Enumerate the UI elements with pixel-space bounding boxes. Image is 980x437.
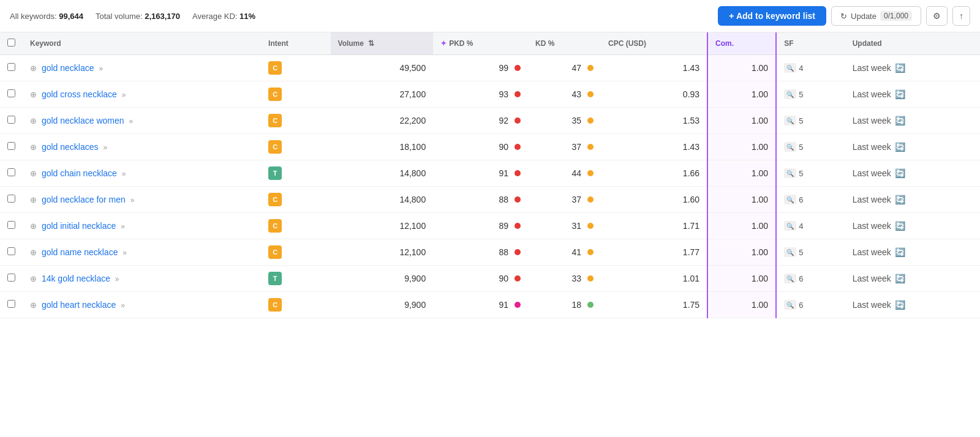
refresh-icon[interactable]: 🔄 bbox=[895, 89, 905, 99]
table-body: ⊕ gold necklace » C 49,500 99 47 1.43 1.… bbox=[0, 55, 980, 318]
sf-search-icon: 🔍 bbox=[784, 274, 796, 283]
keyword-column-header: Keyword bbox=[23, 32, 261, 55]
row-checkbox[interactable] bbox=[7, 89, 15, 97]
kd-cell: 37 bbox=[528, 187, 601, 213]
keyword-link[interactable]: gold name necklace bbox=[42, 247, 118, 257]
row-checkbox-cell[interactable] bbox=[0, 160, 23, 187]
volume-cell: 12,100 bbox=[331, 213, 434, 239]
chevron-right-icon: » bbox=[121, 301, 125, 310]
row-checkbox-cell[interactable] bbox=[0, 55, 23, 81]
row-checkbox[interactable] bbox=[7, 274, 15, 282]
upload-icon: ↑ bbox=[959, 11, 963, 21]
kd-dot bbox=[587, 223, 594, 229]
refresh-icon[interactable]: 🔄 bbox=[895, 247, 905, 257]
row-checkbox-cell[interactable] bbox=[0, 292, 23, 318]
select-all-checkbox[interactable] bbox=[7, 39, 15, 47]
intent-column-header: Intent bbox=[261, 32, 330, 55]
pkd-dot bbox=[514, 275, 521, 282]
row-checkbox[interactable] bbox=[7, 168, 15, 176]
refresh-icon[interactable]: 🔄 bbox=[895, 221, 905, 231]
pkd-dot bbox=[514, 249, 521, 255]
com-cell: 1.00 bbox=[707, 108, 776, 134]
sf-number: 6 bbox=[799, 301, 803, 310]
keyword-link[interactable]: gold necklaces bbox=[42, 142, 99, 152]
sf-column-header: SF bbox=[776, 32, 845, 55]
updated-cell: Last week 🔄 bbox=[845, 160, 980, 187]
cpc-cell: 0.93 bbox=[601, 81, 707, 108]
pkd-cell: 91 bbox=[433, 292, 528, 318]
row-checkbox-cell[interactable] bbox=[0, 134, 23, 160]
row-checkbox[interactable] bbox=[7, 116, 15, 124]
updated-text: Last week bbox=[853, 89, 891, 99]
keyword-link[interactable]: gold necklace bbox=[42, 63, 94, 73]
row-checkbox[interactable] bbox=[7, 195, 15, 203]
kd-dot bbox=[587, 302, 594, 308]
row-checkbox[interactable] bbox=[7, 247, 15, 255]
row-checkbox[interactable] bbox=[7, 221, 15, 229]
intent-cell: C bbox=[261, 81, 330, 108]
select-all-checkbox-header[interactable] bbox=[0, 32, 23, 55]
kd-cell: 18 bbox=[528, 292, 601, 318]
cpc-cell: 1.53 bbox=[601, 108, 707, 134]
keyword-link[interactable]: gold necklace for men bbox=[42, 195, 126, 204]
sf-cell: 🔍 6 bbox=[776, 187, 845, 213]
pkd-dot bbox=[514, 223, 521, 229]
sf-cell: 🔍 5 bbox=[776, 134, 845, 160]
row-checkbox-cell[interactable] bbox=[0, 187, 23, 213]
pkd-column-header: ✦PKD % bbox=[433, 32, 528, 55]
row-checkbox-cell[interactable] bbox=[0, 108, 23, 134]
row-checkbox-cell[interactable] bbox=[0, 81, 23, 108]
volume-column-header[interactable]: Volume ⇅ bbox=[331, 32, 434, 55]
intent-badge: C bbox=[268, 88, 282, 101]
sf-cell: 🔍 5 bbox=[776, 81, 845, 108]
add-to-keyword-list-button[interactable]: + Add to keyword list bbox=[718, 6, 826, 26]
updated-cell: Last week 🔄 bbox=[845, 108, 980, 134]
updated-text: Last week bbox=[853, 63, 891, 73]
intent-badge: C bbox=[268, 61, 282, 75]
intent-badge: C bbox=[268, 114, 282, 127]
export-button[interactable]: ↑ bbox=[952, 6, 970, 26]
cpc-cell: 1.43 bbox=[601, 134, 707, 160]
refresh-icon[interactable]: 🔄 bbox=[895, 300, 905, 310]
updated-text: Last week bbox=[853, 168, 891, 178]
keyword-cell: ⊕ 14k gold necklace » bbox=[23, 266, 261, 292]
keyword-link[interactable]: gold cross necklace bbox=[42, 89, 117, 99]
row-checkbox-cell[interactable] bbox=[0, 213, 23, 239]
intent-cell: C bbox=[261, 108, 330, 134]
refresh-icon[interactable]: 🔄 bbox=[895, 116, 905, 125]
row-checkbox[interactable] bbox=[7, 63, 15, 71]
keyword-link[interactable]: gold initial necklace bbox=[42, 221, 116, 231]
updated-cell: Last week 🔄 bbox=[845, 81, 980, 108]
row-checkbox-cell[interactable] bbox=[0, 266, 23, 292]
refresh-icon[interactable]: 🔄 bbox=[895, 142, 905, 152]
keyword-link[interactable]: gold necklace women bbox=[42, 116, 124, 125]
row-checkbox[interactable] bbox=[7, 142, 15, 150]
kd-cell: 33 bbox=[528, 266, 601, 292]
sf-number: 6 bbox=[799, 274, 803, 283]
updated-column-header: Updated bbox=[845, 32, 980, 55]
row-checkbox-cell[interactable] bbox=[0, 239, 23, 266]
sf-number: 5 bbox=[799, 248, 803, 257]
row-checkbox[interactable] bbox=[7, 300, 15, 308]
update-button[interactable]: ↻ Update 0/1,000 bbox=[831, 6, 921, 26]
settings-button[interactable]: ⚙ bbox=[926, 6, 948, 26]
refresh-icon[interactable]: 🔄 bbox=[895, 195, 905, 204]
refresh-icon[interactable]: 🔄 bbox=[895, 168, 905, 178]
cpc-cell: 1.60 bbox=[601, 187, 707, 213]
updated-cell: Last week 🔄 bbox=[845, 292, 980, 318]
keyword-link[interactable]: 14k gold necklace bbox=[42, 274, 110, 283]
pkd-cell: 88 bbox=[433, 239, 528, 266]
refresh-icon[interactable]: 🔄 bbox=[895, 63, 905, 73]
sf-cell: 🔍 5 bbox=[776, 108, 845, 134]
sf-number: 6 bbox=[799, 195, 803, 204]
keyword-link[interactable]: gold chain necklace bbox=[42, 168, 117, 178]
plus-circle-icon: ⊕ bbox=[30, 90, 37, 99]
intent-badge: C bbox=[268, 140, 282, 154]
refresh-icon[interactable]: 🔄 bbox=[895, 274, 905, 283]
intent-cell: C bbox=[261, 134, 330, 160]
kd-dot bbox=[587, 65, 594, 71]
keyword-link[interactable]: gold heart necklace bbox=[42, 300, 116, 310]
com-cell: 1.00 bbox=[707, 266, 776, 292]
intent-cell: C bbox=[261, 213, 330, 239]
kd-dot bbox=[587, 275, 594, 282]
